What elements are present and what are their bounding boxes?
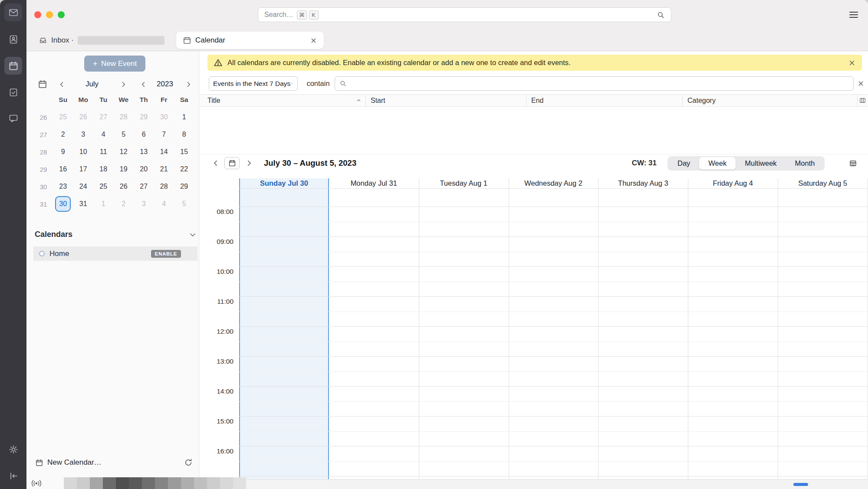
column-header-start[interactable]: Start [366,95,526,106]
mini-cal-date[interactable]: 9 [53,143,73,161]
column-header-category[interactable]: Category [683,95,858,106]
mail-space-button[interactable] [4,3,22,21]
day-column-header[interactable]: Wednesday Aug 2 [509,178,598,188]
mini-cal-date[interactable]: 25 [93,178,114,195]
mini-cal-date[interactable]: 26 [73,108,94,126]
tab-inbox[interactable]: Inbox · [33,32,176,49]
scrollbar-thumb[interactable] [793,483,808,486]
day-column[interactable] [598,188,688,479]
day-column[interactable] [239,188,329,479]
mini-cal-date[interactable]: 5 [174,195,194,213]
tab-calendar[interactable]: Calendar [176,32,324,49]
new-event-button[interactable]: + New Event [84,56,145,72]
day-column-header[interactable]: Sunday Jul 30 [239,178,329,188]
day-column-header[interactable]: Thursday Aug 3 [598,178,688,188]
calendars-collapse-button[interactable] [189,231,197,239]
day-column[interactable] [329,188,419,479]
mini-cal-date[interactable]: 12 [114,143,134,161]
rotate-view-button[interactable] [848,158,858,168]
day-column-header[interactable]: Monday Jul 31 [329,178,419,188]
address-book-space-button[interactable] [4,30,22,48]
mini-cal-date[interactable]: 24 [73,178,94,195]
tasks-space-button[interactable] [4,83,22,101]
mini-cal-date[interactable]: 17 [73,161,94,178]
mini-cal-date[interactable]: 4 [93,126,114,143]
day-column-header[interactable]: Tuesday Aug 1 [419,178,509,188]
mini-cal-date[interactable]: 2 [53,126,73,143]
day-column-header[interactable]: Friday Aug 4 [688,178,778,188]
mini-cal-date[interactable]: 18 [93,161,114,178]
mini-cal-date[interactable]: 1 [93,195,114,213]
mini-cal-date[interactable]: 25 [53,108,73,126]
clear-filter-button[interactable] [856,79,865,88]
mini-cal-date[interactable]: 15 [174,143,194,161]
mini-cal-date[interactable]: 1 [174,108,194,126]
mini-cal-date[interactable]: 13 [134,143,154,161]
horizontal-scrollbar[interactable] [200,479,868,489]
column-picker-button[interactable] [858,95,868,106]
close-window-button[interactable] [34,11,41,18]
mini-cal-date[interactable]: 30 [53,195,73,213]
enable-calendar-button[interactable]: ENABLE [151,250,181,258]
column-header-end[interactable]: End [526,95,683,106]
mini-calendar-picker-button[interactable] [38,79,47,89]
mini-cal-date[interactable]: 19 [114,161,134,178]
column-header-title[interactable]: Title [200,95,366,106]
mini-cal-date[interactable]: 22 [174,161,194,178]
mini-cal-date[interactable]: 3 [73,126,94,143]
mini-cal-date[interactable]: 29 [134,108,154,126]
day-column[interactable] [688,188,778,479]
mini-cal-date[interactable]: 26 [114,178,134,195]
dismiss-banner-button[interactable] [848,59,856,67]
mini-cal-date[interactable]: 6 [134,126,154,143]
prev-week-button[interactable] [210,158,221,168]
mini-cal-date[interactable]: 3 [134,195,154,213]
mini-cal-date[interactable]: 11 [93,143,114,161]
next-week-button[interactable] [244,158,254,168]
settings-button[interactable] [4,440,22,458]
prev-month-button[interactable] [58,81,66,88]
mini-cal-date[interactable]: 20 [134,161,154,178]
view-option-month[interactable]: Month [786,157,824,170]
mini-cal-date[interactable]: 29 [174,178,194,195]
close-tab-button[interactable] [310,37,317,44]
mini-cal-date[interactable]: 23 [53,178,73,195]
minimize-window-button[interactable] [46,11,53,18]
mini-cal-date[interactable]: 21 [154,161,174,178]
zoom-window-button[interactable] [58,11,65,18]
mini-cal-date[interactable]: 4 [154,195,174,213]
prev-year-button[interactable] [140,81,147,88]
mini-cal-date[interactable]: 28 [154,178,174,195]
day-column[interactable] [509,188,598,479]
collapse-sidebar-button[interactable] [4,467,22,485]
mini-cal-date[interactable]: 14 [154,143,174,161]
calendar-space-button[interactable] [4,57,22,75]
global-search-input[interactable]: Search… ⌘ K [258,7,671,22]
mini-cal-date[interactable]: 8 [174,126,194,143]
sync-calendars-button[interactable] [184,458,193,467]
event-filter-input[interactable] [335,76,854,91]
mini-cal-date[interactable]: 2 [114,195,134,213]
chat-space-button[interactable] [4,109,22,127]
view-option-day[interactable]: Day [668,157,699,170]
day-column[interactable] [419,188,509,479]
mini-cal-date[interactable]: 7 [154,126,174,143]
mini-cal-date[interactable]: 16 [53,161,73,178]
mini-cal-date[interactable]: 27 [93,108,114,126]
app-menu-button[interactable] [848,10,859,20]
next-month-button[interactable] [120,81,127,88]
view-option-week[interactable]: Week [699,157,736,170]
mini-cal-date[interactable]: 10 [73,143,94,161]
go-to-today-button[interactable] [224,157,240,169]
mini-cal-date[interactable]: 31 [73,195,94,213]
event-range-dropdown[interactable]: Events in the Next 7 Days [209,76,298,91]
mini-cal-date[interactable]: 27 [134,178,154,195]
calendar-list-item-home[interactable]: Home ENABLE [33,246,197,261]
new-calendar-row[interactable]: New Calendar… [35,456,193,469]
next-year-button[interactable] [185,81,192,88]
mini-cal-date[interactable]: 30 [154,108,174,126]
mini-cal-date[interactable]: 28 [114,108,134,126]
day-column[interactable] [778,188,868,479]
mini-cal-date[interactable]: 5 [114,126,134,143]
day-column-header[interactable]: Saturday Aug 5 [778,178,868,188]
